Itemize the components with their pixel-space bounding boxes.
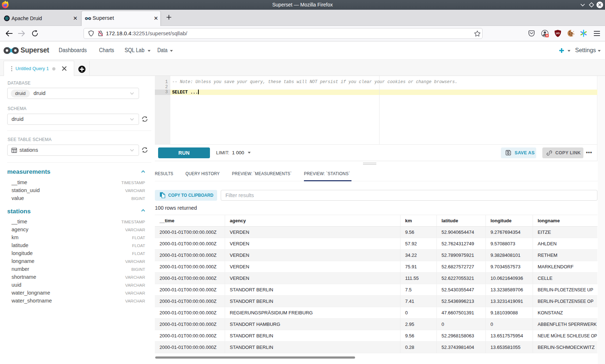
svg-text:UO: UO [556, 32, 560, 35]
